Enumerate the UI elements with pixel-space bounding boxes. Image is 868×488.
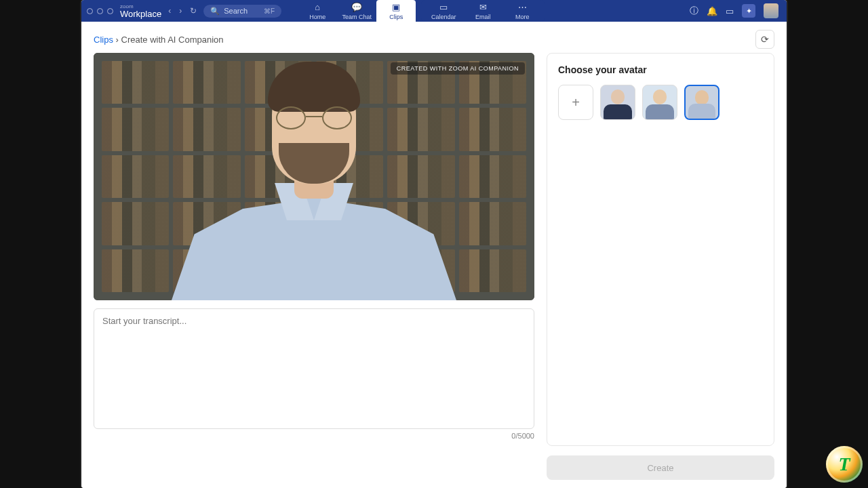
left-column: CREATED WITH ZOOM AI COMPANION 0/5000 — [94, 53, 534, 480]
help-icon[interactable]: ⓘ — [690, 5, 698, 17]
search-icon: 🔍 — [210, 7, 220, 16]
brand-name: Workplace — [120, 9, 161, 18]
breadcrumb-current: Create with AI Companion — [121, 35, 224, 45]
content: CREATED WITH ZOOM AI COMPANION 0/5000 Ch… — [81, 53, 787, 488]
ai-companion-icon[interactable]: ✦ — [742, 4, 755, 18]
avatar-option[interactable] — [600, 85, 635, 120]
create-button[interactable]: Create — [547, 455, 774, 480]
tab-label: Clips — [389, 14, 403, 20]
tab-label: Home — [309, 14, 326, 20]
nav-tabs: ⌂Home💬Team Chat▣Clips▭Calendar✉Email⋯Mor… — [298, 0, 545, 22]
history-icon[interactable]: ↻ — [190, 6, 197, 16]
top-nav: zoom Workplace ‹ › ↻ 🔍 Search ⌘F ⌂Home💬T… — [81, 0, 787, 22]
ai-badge: CREATED WITH ZOOM AI COMPANION — [391, 62, 525, 75]
avatar-preview: CREATED WITH ZOOM AI COMPANION — [94, 53, 534, 300]
tab-clips[interactable]: ▣Clips — [376, 0, 416, 22]
tab-more[interactable]: ⋯More — [502, 0, 542, 22]
breadcrumb-root[interactable]: Clips — [94, 35, 113, 45]
tab-label: Calendar — [431, 14, 456, 20]
breadcrumb: Clips › Create with AI Companion — [94, 35, 224, 45]
window-controls[interactable] — [87, 8, 113, 14]
tab-label: Email — [475, 14, 491, 20]
watermark-logo: T — [826, 446, 863, 483]
char-counter: 0/5000 — [94, 432, 534, 440]
add-avatar-button[interactable]: + — [558, 85, 593, 120]
tab-email[interactable]: ✉Email — [463, 0, 502, 22]
tab-team-chat[interactable]: 💬Team Chat — [337, 0, 376, 22]
search-input[interactable]: 🔍 Search ⌘F — [203, 5, 281, 18]
tab-label: Team Chat — [342, 14, 372, 20]
avatar-panel-title: Choose your avatar — [558, 64, 763, 75]
nav-back-icon[interactable]: ‹ — [168, 6, 171, 16]
screen-icon[interactable]: ▭ — [726, 6, 734, 16]
tab-label: More — [515, 14, 530, 20]
preview-person — [172, 70, 456, 300]
bell-icon[interactable]: 🔔 — [707, 6, 717, 16]
avatar-list: + — [558, 85, 763, 120]
topbar-right-icons: ⓘ 🔔 ▭ ✦ — [690, 3, 781, 18]
nav-arrows: ‹ › ↻ — [168, 6, 197, 16]
tab-home[interactable]: ⌂Home — [298, 0, 337, 22]
avatar-panel: Choose your avatar + — [547, 53, 774, 446]
right-column: Choose your avatar + Create — [547, 53, 774, 480]
tab-icon: ⋯ — [518, 2, 527, 12]
search-placeholder: Search — [224, 7, 248, 15]
page-body: Clips › Create with AI Companion ⟳ — [81, 22, 787, 488]
transcript-input[interactable] — [94, 308, 534, 429]
app-window: zoom Workplace ‹ › ↻ 🔍 Search ⌘F ⌂Home💬T… — [81, 0, 787, 488]
avatar-option[interactable] — [642, 85, 677, 120]
tab-icon: ▣ — [392, 2, 400, 12]
tab-icon: ▭ — [439, 2, 448, 12]
tab-icon: 💬 — [351, 2, 362, 12]
tab-icon: ✉ — [479, 2, 487, 12]
tab-icon: ⌂ — [315, 2, 320, 12]
avatar-option[interactable] — [684, 85, 719, 120]
breadcrumb-sep: › — [116, 35, 119, 45]
nav-forward-icon[interactable]: › — [179, 6, 182, 16]
brand: zoom Workplace — [120, 4, 161, 18]
tab-calendar[interactable]: ▭Calendar — [424, 0, 463, 22]
refresh-button[interactable]: ⟳ — [755, 30, 774, 49]
breadcrumb-row: Clips › Create with AI Companion ⟳ — [81, 22, 787, 53]
profile-avatar[interactable] — [764, 3, 778, 18]
search-shortcut: ⌘F — [264, 7, 275, 15]
